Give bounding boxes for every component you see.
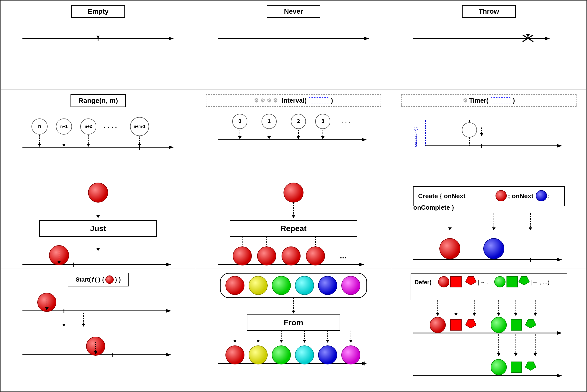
cell-interval: ⚙ ⚙ ⚙ ⚙ Interval( ) 0 1 — [196, 90, 391, 179]
svg-marker-44 — [297, 136, 300, 139]
svg-marker-105 — [492, 228, 495, 230]
diagram-repeat: Repeat ... — [210, 179, 377, 268]
cell-defer: Defer( |→ , |→ , ...) — [391, 268, 586, 392]
svg-marker-188 — [533, 313, 537, 316]
svg-point-75 — [284, 183, 303, 202]
svg-marker-146 — [279, 340, 283, 343]
svg-point-168 — [494, 276, 505, 287]
svg-marker-16 — [38, 144, 41, 147]
svg-point-111 — [484, 238, 504, 259]
diagram-interval: 0 1 2 3 . . . — [210, 108, 377, 157]
svg-marker-121 — [62, 324, 66, 327]
svg-marker-142 — [233, 340, 237, 343]
timer-label: Timer( — [469, 97, 488, 104]
svg-marker-70 — [166, 263, 171, 266]
svg-point-156 — [249, 346, 267, 364]
svg-marker-6 — [364, 37, 369, 40]
title-timer: ⚙ Timer( ) — [401, 94, 576, 107]
svg-marker-34 — [362, 138, 367, 142]
svg-point-62 — [88, 183, 108, 202]
svg-marker-195 — [514, 353, 517, 356]
svg-point-58 — [462, 122, 477, 137]
title-empty: empty — [71, 5, 125, 18]
svg-point-158 — [295, 346, 314, 364]
svg-point-134 — [295, 276, 314, 295]
svg-marker-1 — [169, 37, 174, 40]
svg-marker-8 — [545, 37, 550, 40]
cell-range: Range(n, m) n n+1 n+2 . . . . — [1, 90, 196, 179]
svg-text:0: 0 — [238, 118, 241, 124]
svg-point-155 — [226, 346, 244, 364]
svg-marker-177 — [473, 313, 476, 316]
cell-repeat: Repeat ... — [196, 179, 391, 268]
svg-marker-193 — [497, 353, 500, 356]
svg-text:n+2: n+2 — [85, 124, 92, 129]
svg-marker-109 — [557, 258, 562, 261]
svg-point-136 — [342, 276, 360, 295]
svg-rect-169 — [507, 276, 517, 287]
svg-point-164 — [438, 276, 449, 287]
svg-text:Defer(: Defer( — [415, 279, 431, 286]
svg-point-97 — [496, 190, 506, 201]
svg-marker-24 — [87, 144, 90, 147]
diagram-create: Create { onNext ; onNext ; onComplete } — [406, 179, 572, 268]
svg-marker-14 — [169, 146, 174, 149]
svg-marker-107 — [529, 228, 532, 230]
interval-label: Interval( — [282, 97, 307, 104]
svg-marker-10 — [526, 34, 530, 37]
cell-from: From — [196, 268, 391, 392]
svg-marker-123 — [82, 324, 85, 327]
svg-marker-199 — [557, 374, 562, 377]
svg-text:subscribe( ): subscribe( ) — [414, 126, 418, 147]
title-interval: ⚙ ⚙ ⚙ ⚙ Interval( ) — [206, 94, 381, 107]
svg-marker-64 — [96, 215, 100, 218]
svg-text:. . .: . . . — [341, 117, 351, 124]
svg-text:|→ , ...): |→ , ...) — [530, 279, 549, 286]
svg-marker-144 — [256, 340, 260, 343]
diagram-empty — [15, 20, 181, 50]
cell-throw: Throw — [391, 0, 586, 90]
svg-marker-56 — [557, 144, 562, 148]
timer-param-box — [491, 97, 510, 104]
svg-point-110 — [440, 238, 460, 259]
svg-marker-60 — [480, 133, 483, 136]
svg-marker-184 — [497, 313, 500, 316]
svg-text:. . . .: . . . . — [104, 122, 117, 129]
svg-marker-125 — [166, 353, 171, 356]
cell-just: Just — [1, 179, 196, 268]
gear-icon-3: ⚙ — [267, 98, 271, 104]
svg-marker-150 — [326, 340, 329, 343]
diagram-never — [210, 20, 377, 50]
svg-text:2: 2 — [297, 118, 300, 124]
svg-marker-179 — [557, 331, 562, 335]
svg-rect-201 — [511, 362, 522, 372]
cell-start: Start(f( ) { } ) — [1, 268, 196, 392]
svg-rect-162 — [411, 273, 567, 300]
gear-icon-1: ⚙ — [254, 98, 259, 104]
svg-point-135 — [318, 276, 337, 295]
svg-text:|→ ,: |→ , — [478, 279, 489, 286]
diagram-timer: subscribe( ) — [406, 108, 572, 162]
svg-point-132 — [249, 276, 267, 295]
gear-icon-4: ⚙ — [273, 98, 278, 104]
svg-marker-36 — [238, 136, 241, 139]
svg-marker-48 — [321, 136, 325, 139]
title-throw: Throw — [462, 5, 516, 18]
cell-create: Create { onNext ; onNext ; onComplete } — [391, 179, 586, 268]
timer-paren: ) — [513, 97, 515, 104]
svg-marker-138 — [292, 310, 295, 314]
interval-paren: ) — [331, 97, 333, 104]
svg-point-131 — [226, 276, 244, 295]
svg-marker-182 — [465, 320, 476, 328]
svg-text:3: 3 — [321, 118, 324, 124]
svg-point-189 — [491, 317, 506, 333]
svg-text:1: 1 — [268, 118, 270, 124]
main-grid: empty Never Throw — [0, 0, 587, 392]
diagram-just: Just — [15, 179, 181, 268]
svg-point-200 — [491, 359, 506, 375]
svg-point-91 — [257, 247, 276, 265]
svg-text:Just: Just — [90, 224, 106, 233]
title-range: Range(n, m) — [71, 94, 126, 107]
svg-text:...: ... — [340, 251, 347, 260]
svg-rect-190 — [511, 320, 522, 330]
